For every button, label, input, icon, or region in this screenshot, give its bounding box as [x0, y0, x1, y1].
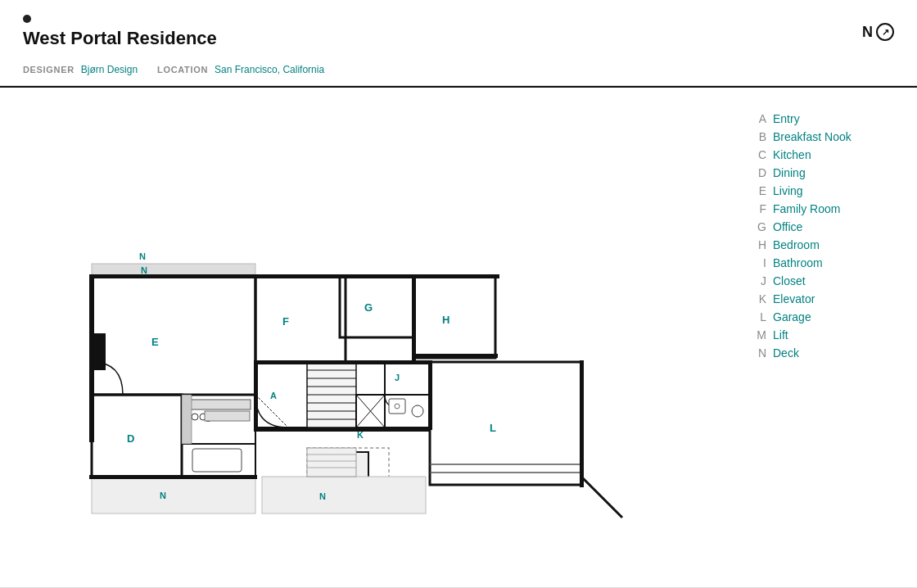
legend-item: L Garage — [753, 310, 901, 323]
svg-text:H: H — [442, 314, 449, 326]
svg-rect-72 — [428, 360, 432, 430]
legend-letter: L — [753, 310, 766, 323]
legend-name: Kitchen — [773, 148, 811, 161]
legend-item: N Deck — [753, 346, 901, 360]
svg-rect-53 — [205, 411, 250, 421]
svg-rect-73 — [254, 360, 430, 364]
svg-rect-67 — [89, 475, 257, 479]
designer-value: Bjørn Design — [81, 64, 138, 75]
legend-letter: F — [753, 202, 766, 215]
svg-rect-64 — [89, 274, 417, 278]
svg-rect-6 — [340, 276, 413, 337]
legend-name: Entry — [773, 112, 800, 125]
svg-rect-69 — [412, 274, 499, 278]
svg-rect-71 — [254, 360, 258, 430]
svg-rect-74 — [254, 427, 430, 432]
legend-name: Garage — [773, 310, 811, 323]
svg-text:L: L — [490, 422, 496, 434]
legend-item: B Breakfast Nook — [753, 130, 901, 143]
svg-text:N: N — [139, 251, 146, 261]
meta-info: DESIGNER Bjørn Design LOCATION San Franc… — [23, 57, 894, 85]
legend-item: M Lift — [753, 328, 901, 341]
svg-rect-8 — [413, 276, 495, 358]
svg-rect-2 — [92, 276, 255, 395]
legend-letter: G — [753, 220, 766, 233]
floorplan-area: .fp-wall { stroke: #111; stroke-width: 3… — [16, 104, 737, 533]
legend-item: C Kitchen — [753, 148, 901, 161]
svg-rect-54 — [389, 399, 405, 414]
legend-letter: E — [753, 184, 766, 197]
header: West Portal Residence N ↗ DESIGNER Bjørn… — [0, 0, 917, 86]
legend-name: Living — [773, 184, 803, 197]
legend-letter: K — [753, 292, 766, 305]
legend-item: K Elevator — [753, 292, 901, 305]
main-content: .fp-wall { stroke: #111; stroke-width: 3… — [0, 88, 917, 550]
legend-item: E Living — [753, 184, 901, 197]
svg-text:N: N — [141, 265, 147, 275]
legend-name: Family Room — [773, 202, 840, 215]
svg-rect-40 — [192, 449, 242, 472]
legend-item: A Entry — [753, 112, 901, 125]
legend-letter: C — [753, 148, 766, 161]
legend-name: Bedroom — [773, 238, 820, 251]
svg-rect-27 — [385, 362, 430, 395]
svg-text:D: D — [127, 432, 134, 445]
svg-rect-29 — [92, 395, 182, 477]
svg-point-34 — [192, 414, 198, 420]
legend-letter: A — [753, 112, 766, 125]
svg-text:N: N — [160, 491, 166, 500]
legend-name: Breakfast Nook — [773, 130, 852, 143]
legend-letter: N — [753, 346, 766, 360]
svg-rect-65 — [412, 274, 416, 362]
north-indicator: N ↗ — [862, 23, 894, 41]
svg-text:F: F — [282, 315, 289, 328]
svg-rect-70 — [413, 354, 498, 358]
svg-rect-52 — [182, 395, 192, 444]
designer-meta: DESIGNER Bjørn Design — [23, 64, 138, 75]
legend-name: Dining — [773, 166, 806, 179]
svg-rect-68 — [89, 333, 106, 370]
legend-name: Deck — [773, 346, 799, 360]
legend-letter: J — [753, 274, 766, 287]
legend-item: H Bedroom — [753, 238, 901, 251]
svg-text:A: A — [270, 391, 277, 400]
svg-rect-56 — [307, 448, 356, 477]
legend-name: Closet — [773, 274, 806, 287]
svg-rect-0 — [92, 264, 255, 276]
legend-area: A Entry B Breakfast Nook C Kitchen D Din… — [737, 104, 901, 533]
north-label: N — [862, 24, 873, 41]
svg-line-62 — [581, 477, 622, 518]
location-label: LOCATION — [157, 65, 208, 75]
svg-rect-41 — [430, 362, 581, 485]
north-circle: ↗ — [876, 23, 894, 41]
location-meta: LOCATION San Francisco, California — [157, 64, 324, 75]
legend-name: Bathroom — [773, 256, 823, 269]
svg-text:G: G — [364, 301, 373, 314]
legend-item: F Family Room — [753, 202, 901, 215]
legend-item: G Office — [753, 220, 901, 233]
svg-rect-4 — [255, 276, 346, 362]
legend-letter: I — [753, 256, 766, 269]
legend-letter: M — [753, 328, 766, 341]
status-dot — [23, 15, 31, 23]
svg-point-26 — [412, 405, 423, 417]
location-value: San Francisco, California — [215, 64, 324, 75]
legend-letter: H — [753, 238, 766, 251]
svg-text:E: E — [151, 336, 159, 348]
page-title: West Portal Residence — [23, 28, 217, 49]
svg-text:N: N — [319, 491, 326, 501]
legend-letter: B — [753, 130, 766, 143]
legend-item: J Closet — [753, 274, 901, 287]
legend-letter: D — [753, 166, 766, 179]
designer-label: DESIGNER — [23, 65, 75, 75]
svg-text:J: J — [395, 373, 400, 382]
svg-rect-43 — [92, 477, 255, 513]
legend-item: D Dining — [753, 166, 901, 179]
legend-name: Lift — [773, 328, 788, 341]
legend-name: Office — [773, 220, 802, 233]
floorplan-svg: .fp-wall { stroke: #111; stroke-width: 3… — [16, 104, 639, 530]
legend-list: A Entry B Breakfast Nook C Kitchen D Din… — [753, 112, 901, 360]
svg-rect-66 — [580, 360, 584, 487]
legend-item: I Bathroom — [753, 256, 901, 269]
legend-name: Elevator — [773, 292, 815, 305]
